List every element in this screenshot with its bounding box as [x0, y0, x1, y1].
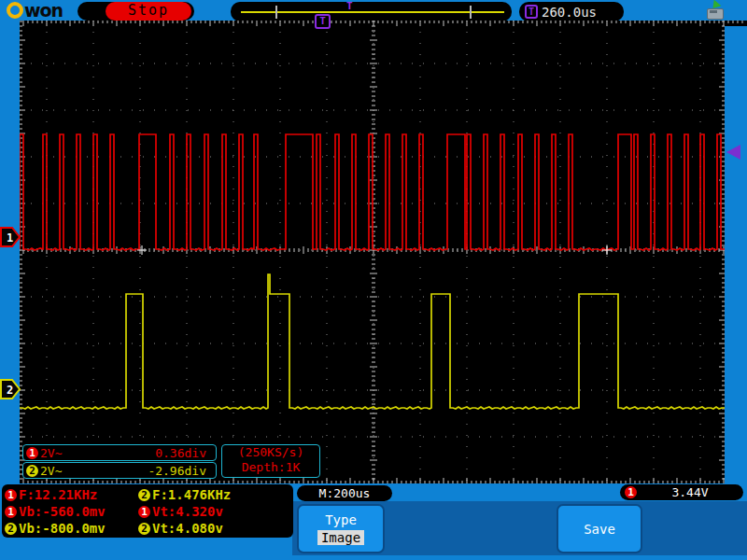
logo-o-icon: [7, 2, 23, 19]
ch1-offset: 0.36div: [155, 446, 206, 460]
ch2-scale: 2V~: [40, 464, 62, 478]
trigger-position-t-icon: T: [346, 0, 353, 12]
logo-wordmark: won: [24, 2, 63, 19]
waveform-display: [20, 21, 747, 483]
ch2-info-row: 2 2V~ -2.96div: [22, 462, 217, 479]
window-start-marker: [275, 6, 277, 19]
measurement-panel: 1 F:12.21KHz 2 F:1.476KHz 1 Vb:-560.0mv …: [2, 484, 293, 538]
trigger-time-display: T 260.0us: [519, 2, 624, 21]
brand-logo: won: [7, 1, 63, 20]
ch2-badge: 2: [26, 465, 38, 477]
top-bar: won Stop T T 260.0us: [0, 0, 747, 21]
channel-info-box: 1 2V~ 0.36div 2 2V~ -2.96div: [22, 444, 217, 480]
horizontal-position-bar[interactable]: T: [231, 2, 512, 21]
ch1-scale: 2V~: [40, 446, 62, 460]
sample-rate: (250KS/s): [222, 445, 319, 460]
measurement-item: 1 F:12.21KHz: [5, 487, 138, 502]
type-value: Image: [317, 530, 364, 545]
measurement-item: 1 Vt:4.320v: [138, 504, 272, 519]
ch1-info-row: 1 2V~ 0.36div: [22, 444, 217, 461]
ch2-offset: -2.96div: [148, 464, 206, 478]
save-label: Save: [584, 522, 615, 537]
type-image-button[interactable]: Type Image: [297, 504, 385, 553]
memory-depth: Depth:1K: [222, 460, 319, 475]
save-button[interactable]: Save: [557, 504, 642, 553]
ch2-tag-label: 2: [7, 384, 13, 397]
trigger-time-value: 260.0us: [542, 5, 597, 20]
trigger-level-display: 1 3.44V: [620, 484, 743, 500]
oscilloscope-screen: won Stop T T 260.0us T 1 2: [0, 0, 747, 560]
record-line: [241, 11, 504, 13]
measurement-item: 2 F:1.476KHz: [138, 487, 272, 502]
ch1-level-tag[interactable]: 1: [0, 227, 21, 247]
trigger-position-marker[interactable]: T: [315, 14, 331, 29]
run-state-button[interactable]: Stop: [106, 2, 191, 21]
measurement-item: 2 Vt:4.080v: [138, 521, 272, 536]
ch1-badge: 1: [26, 447, 38, 459]
measurement-item: 2 Vb:-800.0mv: [5, 521, 138, 536]
ch1-tag-label: 1: [7, 231, 13, 245]
trigger-source-badge: 1: [625, 486, 637, 498]
trigger-level-arrow-icon[interactable]: [726, 145, 740, 160]
trigger-level-value: 3.44V: [637, 485, 743, 499]
trigger-t-icon: T: [525, 5, 538, 19]
usb-storage-icon: [703, 3, 726, 18]
acquisition-info-box: (250KS/s) Depth:1K: [221, 444, 320, 478]
timebase-display: M:200us: [297, 485, 392, 501]
measurement-item: 1 Vb:-560.0mv: [5, 504, 138, 519]
ch2-level-tag[interactable]: 2: [0, 379, 21, 399]
type-label: Type: [325, 512, 357, 527]
window-end-marker: [470, 6, 472, 19]
